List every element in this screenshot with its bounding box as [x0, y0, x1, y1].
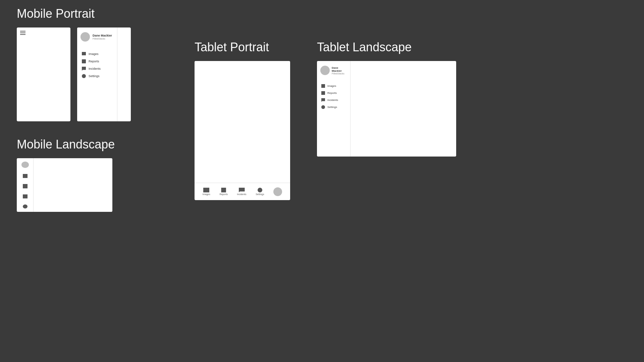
- drawer-item-incidents[interactable]: Incidents: [80, 65, 114, 72]
- user-name: Dane Mackier: [93, 34, 112, 38]
- tl-item-settings[interactable]: Settings: [320, 104, 347, 111]
- ml-images-icon[interactable]: [23, 174, 28, 178]
- user-org: FilledStacks: [93, 38, 112, 40]
- mobile-landscape-title: Mobile Landscape: [17, 137, 115, 152]
- mobile-portrait-title: Mobile Portrait: [17, 7, 131, 21]
- ml-sidebar: [17, 158, 34, 212]
- tl-item-incidents[interactable]: Incidents: [320, 97, 347, 104]
- tp-nav-reports[interactable]: Reports: [219, 188, 228, 195]
- drawer-images-label: Images: [89, 52, 99, 56]
- tp-reports-icon: [221, 188, 227, 192]
- tablet-landscape-title: Tablet Landscape: [317, 40, 456, 54]
- drawer-incidents-label: Incidents: [89, 67, 101, 70]
- tl-user-info: Dane Mackier FilledStacks: [332, 66, 347, 75]
- drawer-user: Dane Mackier FilledStacks: [80, 32, 114, 44]
- tl-item-images[interactable]: Images: [320, 82, 347, 89]
- tl-settings-icon: [321, 105, 325, 109]
- tablet-portrait-title: Tablet Portrait: [195, 40, 290, 54]
- tp-reports-label: Reports: [219, 193, 228, 195]
- drawer-item-settings[interactable]: Settings: [80, 72, 114, 80]
- tl-sidebar: Dane Mackier FilledStacks Images Reports…: [317, 61, 351, 157]
- tl-user-org: FilledStacks: [332, 72, 347, 75]
- tp-settings-icon: [258, 188, 262, 192]
- tp-nav-settings[interactable]: Settings: [256, 188, 264, 195]
- tp-nav-incidents[interactable]: Incidents: [237, 188, 247, 195]
- tl-content: [351, 61, 456, 157]
- tl-settings-label: Settings: [327, 106, 337, 109]
- mobile-landscape-frame: [17, 158, 112, 212]
- tp-nav-images[interactable]: Images: [203, 188, 210, 195]
- tablet-landscape-section: Tablet Landscape Dane Mackier FilledStac…: [317, 40, 456, 157]
- tp-avatar[interactable]: [273, 187, 282, 196]
- tl-item-reports[interactable]: Reports: [320, 89, 347, 97]
- tablet-portrait-frame: Images Reports Incidents Settings: [195, 61, 290, 200]
- tl-images-label: Images: [327, 84, 336, 87]
- tablet-landscape-frame: Dane Mackier FilledStacks Images Reports…: [317, 61, 456, 157]
- drawer-overlay: Dane Mackier FilledStacks Images Reports…: [77, 27, 117, 121]
- drawer-item-reports[interactable]: Reports: [80, 58, 114, 65]
- ml-content: [34, 158, 112, 212]
- drawer-item-images[interactable]: Images: [80, 50, 114, 58]
- tp-bottom-nav: Images Reports Incidents Settings: [195, 183, 290, 200]
- tp-content: [195, 61, 290, 183]
- mobile-portrait-open-frame: Dane Mackier FilledStacks Images Reports…: [77, 27, 131, 121]
- tl-images-icon: [321, 84, 325, 88]
- ml-incidents-icon[interactable]: [23, 194, 28, 198]
- ml-settings-icon[interactable]: [23, 204, 28, 208]
- tl-reports-icon: [321, 91, 325, 95]
- reports-icon: [82, 59, 86, 63]
- tp-images-label: Images: [203, 193, 210, 195]
- mobile-portrait-section: Mobile Portrait Dane Mackier FilledStack…: [17, 7, 131, 121]
- avatar: [80, 32, 90, 42]
- images-icon: [82, 52, 86, 56]
- incidents-icon: [82, 67, 86, 71]
- tl-user-name: Dane Mackier: [332, 66, 347, 72]
- tl-avatar: [320, 66, 330, 75]
- mobile-portrait-closed-frame: [17, 27, 70, 121]
- drawer-settings-label: Settings: [89, 74, 100, 78]
- tablet-portrait-section: Tablet Portrait Images Reports Incidents…: [195, 40, 290, 200]
- ml-reports-icon[interactable]: [23, 184, 28, 188]
- drawer-reports-label: Reports: [89, 60, 99, 63]
- tl-incidents-icon: [321, 98, 325, 102]
- ml-avatar: [21, 162, 29, 168]
- mobile-landscape-section: Mobile Landscape: [17, 137, 115, 212]
- settings-icon: [82, 74, 86, 78]
- tl-incidents-label: Incidents: [327, 99, 338, 102]
- tl-reports-label: Reports: [327, 92, 337, 95]
- hamburger-icon[interactable]: [20, 31, 25, 35]
- user-info: Dane Mackier FilledStacks: [93, 34, 112, 40]
- tp-settings-label: Settings: [256, 193, 264, 195]
- tp-incidents-label: Incidents: [237, 193, 247, 195]
- tp-images-icon: [203, 188, 209, 192]
- tl-user: Dane Mackier FilledStacks: [320, 66, 347, 77]
- tp-incidents-icon: [239, 188, 245, 192]
- mobile-portrait-frames: Dane Mackier FilledStacks Images Reports…: [17, 27, 131, 121]
